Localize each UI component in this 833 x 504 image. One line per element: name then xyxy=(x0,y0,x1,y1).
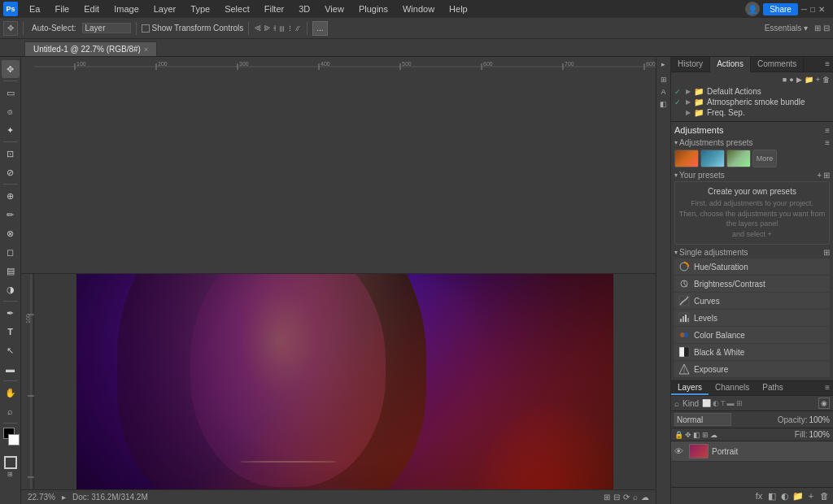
action-item-atmospheric[interactable]: ✓ ▶ 📁 Atmospheric smoke bundle xyxy=(674,97,830,107)
new-fill-adj-btn[interactable]: ◐ xyxy=(779,490,791,502)
channels-tab[interactable]: Channels xyxy=(709,381,756,395)
actions-tab[interactable]: Actions xyxy=(710,57,751,72)
align-center-h-icon[interactable]: ⫸ xyxy=(264,24,272,33)
adj-color-balance[interactable]: Color Balance xyxy=(674,327,830,343)
layer-visibility-icon[interactable]: 👁 xyxy=(674,446,686,456)
filter-adj-btn[interactable]: ◐ xyxy=(713,399,719,407)
action-expand-1[interactable]: ▶ xyxy=(686,88,691,95)
share-button[interactable]: Share xyxy=(763,3,798,15)
distribute-h-icon[interactable]: ⫶ xyxy=(288,24,292,33)
window-minimize[interactable]: ─ xyxy=(801,5,807,14)
create-action-btn[interactable]: + xyxy=(816,76,820,84)
stop-action-btn[interactable]: ■ xyxy=(783,76,787,84)
crop-tool[interactable]: ⊡ xyxy=(2,145,20,163)
marquee-tool[interactable]: ▭ xyxy=(2,84,20,102)
panel-toggle-icon[interactable]: ⊞ xyxy=(814,24,821,33)
record-action-btn[interactable]: ● xyxy=(789,76,793,84)
single-adj-grid-btn[interactable]: ⊞ xyxy=(823,248,830,257)
adj-brightness-contrast[interactable]: Brightness/Contrast xyxy=(674,276,830,292)
brush-tool[interactable]: ✏ xyxy=(2,206,20,224)
adj-curves[interactable]: Curves xyxy=(674,293,830,309)
menu-file[interactable]: File xyxy=(48,2,76,15)
eraser-tool[interactable]: ◻ xyxy=(2,243,20,261)
action-item-freq[interactable]: ✓ ▶ 📁 Freq. Sep. xyxy=(674,107,830,118)
adjustments-menu-btn[interactable]: ≡ xyxy=(825,126,830,135)
add-preset-btn[interactable]: + xyxy=(817,171,822,180)
lock-move-icon[interactable]: ✥ xyxy=(685,431,691,439)
history-tab[interactable]: History xyxy=(671,57,710,72)
panel-icon-2[interactable]: A xyxy=(658,86,669,98)
type-tool[interactable]: T xyxy=(2,323,20,341)
preset-more-btn[interactable]: More xyxy=(752,150,777,167)
menu-ea[interactable]: Ea xyxy=(23,2,46,15)
lock-extra-icon[interactable]: ☁ xyxy=(710,431,717,439)
presets-grid-btn[interactable]: ⊞ xyxy=(823,171,830,180)
fill-value[interactable]: 100% xyxy=(809,430,830,439)
action-expand-2[interactable]: ▶ xyxy=(686,98,691,106)
action-expand-3[interactable]: ▶ xyxy=(686,109,691,116)
preset-cool[interactable] xyxy=(700,150,725,167)
blend-mode-select[interactable]: Normal Multiply Screen Overlay xyxy=(674,413,731,426)
shape-tool[interactable]: ▬ xyxy=(2,360,20,378)
play-action-btn[interactable]: ▶ xyxy=(796,76,802,84)
new-layer-btn[interactable]: + xyxy=(805,490,817,502)
menu-layer[interactable]: Layer xyxy=(147,2,183,15)
layer-item-portrait[interactable]: 👁 Portrait xyxy=(671,441,833,462)
filter-text-btn[interactable]: T xyxy=(721,399,726,407)
document-tab[interactable]: Untitled-1 @ 22.7% (RGB/8#) × xyxy=(24,41,157,56)
filter-shape-btn[interactable]: ▬ xyxy=(727,399,735,407)
filter-smart-btn[interactable]: ⊞ xyxy=(736,399,743,407)
window-maximize[interactable]: □ xyxy=(810,5,815,14)
background-color[interactable] xyxy=(8,434,20,445)
arrange-icon[interactable]: ⊟ xyxy=(823,24,830,33)
create-set-btn[interactable]: 📁 xyxy=(805,76,813,84)
single-adj-expand[interactable]: ▾ xyxy=(674,249,678,256)
panel-menu-btn[interactable]: ≡ xyxy=(822,57,833,72)
menu-view[interactable]: View xyxy=(318,2,351,15)
hand-tool[interactable]: ✋ xyxy=(2,384,20,402)
path-select-tool[interactable]: ↖ xyxy=(2,341,20,359)
align-left-icon[interactable]: ⫷ xyxy=(254,24,262,33)
layers-tab[interactable]: Layers xyxy=(671,381,709,395)
move-tool[interactable]: ✥ xyxy=(2,60,20,78)
layers-menu-btn[interactable]: ≡ xyxy=(822,381,833,395)
action-item-default[interactable]: ✓ ▶ 📁 Default Actions xyxy=(674,86,830,97)
delete-action-btn[interactable]: 🗑 xyxy=(822,76,830,84)
filter-pixel-btn[interactable]: ⬜ xyxy=(702,399,711,407)
menu-image[interactable]: Image xyxy=(107,2,146,15)
adj-black-white[interactable]: Black & White xyxy=(674,344,830,360)
heal-tool[interactable]: ⊕ xyxy=(2,187,20,205)
your-presets-expand[interactable]: ▾ xyxy=(674,172,678,179)
align-top-icon[interactable]: ⫳ xyxy=(273,24,277,33)
move-tool-icon[interactable]: ✥ xyxy=(3,21,18,36)
preset-green[interactable] xyxy=(726,150,751,167)
tab-close-btn[interactable]: × xyxy=(144,46,148,54)
preset-warm[interactable] xyxy=(674,150,699,167)
presets-expand-arrow[interactable]: ▾ xyxy=(674,139,678,146)
panel-icon-3[interactable]: ◧ xyxy=(658,98,669,110)
adj-levels[interactable]: Levels xyxy=(674,310,830,326)
menu-edit[interactable]: Edit xyxy=(77,2,106,15)
new-group-btn[interactable]: 📁 xyxy=(792,490,804,502)
distribute-v-icon[interactable]: ⫽ xyxy=(294,24,302,33)
transform-checkbox[interactable] xyxy=(142,24,150,33)
menu-help[interactable]: Help xyxy=(443,2,474,15)
more-options-btn[interactable]: ... xyxy=(312,21,327,36)
comments-tab[interactable]: Comments xyxy=(751,57,804,72)
gradient-tool[interactable]: ▤ xyxy=(2,262,20,280)
pen-tool[interactable]: ✒ xyxy=(2,304,20,322)
align-middle-v-icon[interactable]: ⫼ xyxy=(278,24,286,33)
magic-wand-tool[interactable]: ✦ xyxy=(2,121,20,139)
lasso-tool[interactable]: ⌾ xyxy=(2,102,20,120)
menu-type[interactable]: Type xyxy=(184,2,216,15)
add-style-btn[interactable]: fx xyxy=(753,490,765,502)
window-close[interactable]: ✕ xyxy=(818,5,825,14)
menu-filter[interactable]: Filter xyxy=(258,2,290,15)
menu-window[interactable]: Window xyxy=(396,2,441,15)
delete-layer-btn[interactable]: 🗑 xyxy=(818,490,830,502)
zoom-tool[interactable]: ⌕ xyxy=(2,402,20,420)
auto-select-dropdown[interactable]: Layer Group xyxy=(82,23,131,33)
lock-art-icon[interactable]: ◧ xyxy=(693,431,700,439)
adj-exposure[interactable]: Exposure xyxy=(674,361,830,377)
menu-3d[interactable]: 3D xyxy=(292,2,316,15)
